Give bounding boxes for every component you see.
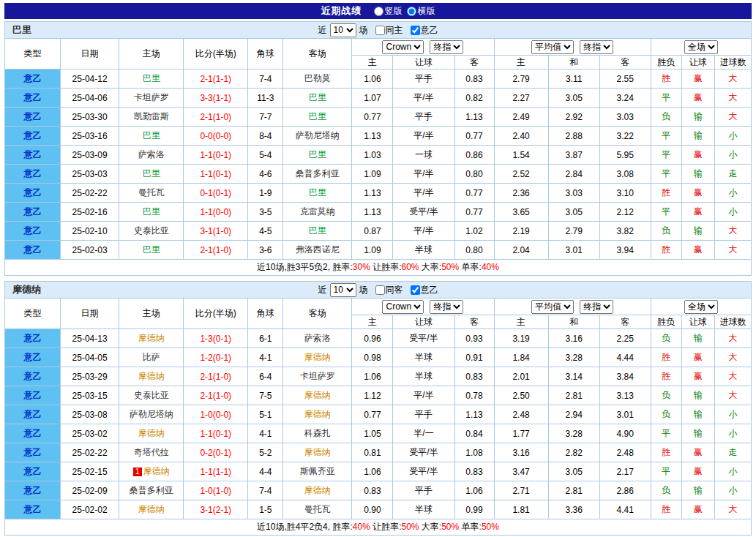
odds-select-0[interactable]: Crown: [382, 300, 424, 314]
league-cell[interactable]: 意乙: [5, 329, 61, 348]
home-team-cell[interactable]: 摩德纳: [119, 500, 184, 519]
league-cell[interactable]: 意乙: [5, 108, 61, 127]
away-team-cell[interactable]: 巴里: [283, 89, 352, 108]
scope-select-0[interactable]: 全场: [684, 300, 718, 314]
same-venue-checkbox[interactable]: [375, 26, 385, 35]
score-cell[interactable]: 3-1(2-1): [184, 500, 248, 519]
away-team-cell[interactable]: 摩德纳: [283, 443, 352, 462]
games-count-select[interactable]: 10: [330, 283, 356, 297]
avg-select-1[interactable]: 终指: [580, 300, 613, 314]
home-team-cell[interactable]: 比萨: [119, 348, 184, 367]
home-team-cell[interactable]: 桑普多利亚: [119, 481, 184, 500]
league-cell[interactable]: 意乙: [5, 146, 61, 165]
home-team-cell[interactable]: 史泰比亚: [119, 222, 184, 241]
score-cell[interactable]: 1-1(0-0): [184, 203, 248, 222]
score-cell[interactable]: 1-1(0-1): [184, 146, 248, 165]
league-cell[interactable]: 意乙: [5, 203, 61, 222]
away-team-cell[interactable]: 卡坦萨罗: [283, 367, 352, 386]
league-cell[interactable]: 意乙: [5, 127, 61, 146]
league-cell[interactable]: 意乙: [5, 184, 61, 203]
same-venue-filter[interactable]: 同主: [370, 24, 403, 37]
league-cell[interactable]: 意乙: [5, 405, 61, 424]
league-cell[interactable]: 意乙: [5, 500, 61, 519]
away-team-cell[interactable]: 科森扎: [283, 424, 352, 443]
avg-select-0[interactable]: 平均值: [531, 300, 574, 314]
away-team-cell[interactable]: 摩德纳: [283, 348, 352, 367]
home-team-cell[interactable]: 巴里: [119, 165, 184, 184]
league-cell[interactable]: 意乙: [5, 222, 61, 241]
score-cell[interactable]: 1-2(0-1): [184, 348, 248, 367]
score-cell[interactable]: 0-2(0-1): [184, 443, 248, 462]
scope-select-0[interactable]: 全场: [684, 40, 718, 54]
score-cell[interactable]: 1-1(0-1): [184, 424, 248, 443]
odds-select-1[interactable]: 终指: [430, 300, 463, 314]
score-cell[interactable]: 0-1(0-1): [184, 184, 248, 203]
league-cell[interactable]: 意乙: [5, 70, 61, 89]
horizontal-radio[interactable]: [407, 7, 416, 16]
away-team-cell[interactable]: 巴勒莫: [283, 70, 352, 89]
away-team-cell[interactable]: 巴里: [283, 108, 352, 127]
score-cell[interactable]: 1-3(0-1): [184, 329, 248, 348]
score-cell[interactable]: 1-1(0-1): [184, 165, 248, 184]
away-team-cell[interactable]: 巴里: [283, 146, 352, 165]
score-cell[interactable]: 1-1(1-1): [184, 462, 248, 481]
away-team-cell[interactable]: 摩德纳: [283, 405, 352, 424]
odds-select-0[interactable]: Crown: [382, 40, 424, 54]
league-filter-checkbox[interactable]: [411, 285, 420, 295]
home-team-cell[interactable]: 摩德纳: [119, 367, 184, 386]
away-team-cell[interactable]: 斯佩齐亚: [283, 462, 352, 481]
away-team-cell[interactable]: 萨索洛: [283, 329, 352, 348]
home-team-cell[interactable]: 奇塔代拉: [119, 443, 184, 462]
league-cell[interactable]: 意乙: [5, 443, 61, 462]
league-filter-checkbox[interactable]: [411, 26, 420, 35]
avg-select-1[interactable]: 终指: [580, 40, 613, 54]
away-team-cell[interactable]: 巴里: [283, 184, 352, 203]
games-count-select[interactable]: 10: [330, 23, 356, 37]
vertical-radio[interactable]: [374, 7, 383, 16]
same-venue-checkbox[interactable]: [375, 285, 385, 295]
home-team-cell[interactable]: 巴里: [119, 127, 184, 146]
odds-select-1[interactable]: 终指: [430, 40, 463, 54]
league-filter[interactable]: 意乙: [405, 284, 438, 296]
home-team-cell[interactable]: 巴里: [119, 203, 184, 222]
score-cell[interactable]: 2-1(1-0): [184, 108, 248, 127]
away-team-cell[interactable]: 弗洛西诺尼: [283, 241, 352, 260]
home-team-cell[interactable]: 巴里: [119, 241, 184, 260]
score-cell[interactable]: 0-0(0-0): [184, 127, 248, 146]
layout-option-horizontal[interactable]: 横版: [407, 5, 435, 18]
home-team-cell[interactable]: 萨勒尼塔纳: [119, 405, 184, 424]
league-cell[interactable]: 意乙: [5, 462, 61, 481]
home-team-cell[interactable]: 巴里: [119, 70, 184, 89]
home-team-cell[interactable]: 曼托瓦: [119, 184, 184, 203]
home-team-cell[interactable]: 史泰比亚: [119, 386, 184, 405]
score-cell[interactable]: 1-0(0-0): [184, 405, 248, 424]
away-team-cell[interactable]: 巴里: [283, 222, 352, 241]
home-team-cell[interactable]: 凯勤雷斯: [119, 108, 184, 127]
league-cell[interactable]: 意乙: [5, 386, 61, 405]
avg-select-0[interactable]: 平均值: [531, 40, 574, 54]
away-team-cell[interactable]: 曼托瓦: [283, 500, 352, 519]
away-team-cell[interactable]: 摩德纳: [283, 386, 352, 405]
layout-option-vertical[interactable]: 竖版: [374, 5, 403, 18]
score-cell[interactable]: 2-1(1-1): [184, 70, 248, 89]
home-team-cell[interactable]: 摩德纳: [119, 329, 184, 348]
score-cell[interactable]: 2-1(1-0): [184, 386, 248, 405]
league-cell[interactable]: 意乙: [5, 241, 61, 260]
away-team-cell[interactable]: 萨勒尼塔纳: [283, 127, 352, 146]
league-filter[interactable]: 意乙: [405, 24, 438, 37]
league-cell[interactable]: 意乙: [5, 481, 61, 500]
home-team-cell[interactable]: 卡坦萨罗: [119, 89, 184, 108]
home-team-cell[interactable]: 萨索洛: [119, 146, 184, 165]
home-team-cell[interactable]: 1摩德纳: [119, 462, 184, 481]
league-cell[interactable]: 意乙: [5, 89, 61, 108]
away-team-cell[interactable]: 桑普多利亚: [283, 165, 352, 184]
away-team-cell[interactable]: 摩德纳: [283, 481, 352, 500]
league-cell[interactable]: 意乙: [5, 424, 61, 443]
home-team-cell[interactable]: 摩德纳: [119, 424, 184, 443]
league-cell[interactable]: 意乙: [5, 348, 61, 367]
score-cell[interactable]: 3-1(1-0): [184, 222, 248, 241]
score-cell[interactable]: 1-0(1-0): [184, 481, 248, 500]
same-venue-filter[interactable]: 同客: [370, 284, 403, 296]
score-cell[interactable]: 2-1(1-0): [184, 367, 248, 386]
league-cell[interactable]: 意乙: [5, 165, 61, 184]
